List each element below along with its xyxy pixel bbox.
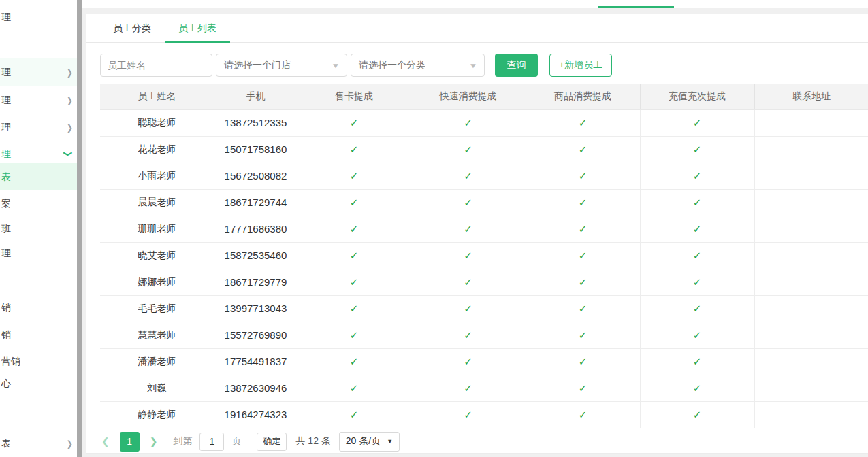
commission-cell: ✓ — [298, 216, 411, 242]
check-icon: ✓ — [693, 197, 702, 208]
employee-name-cell: 静静老师 — [100, 401, 214, 428]
commission-cell: ✓ — [640, 375, 754, 401]
check-icon: ✓ — [350, 329, 359, 341]
commission-cell: ✓ — [411, 295, 526, 322]
check-icon: ✓ — [350, 382, 359, 394]
commission-cell: ✓ — [640, 189, 754, 216]
page-number-input[interactable] — [199, 433, 224, 451]
employee-name-cell: 晓艾老师 — [100, 242, 214, 269]
commission-cell: ✓ — [640, 136, 754, 163]
check-icon: ✓ — [693, 409, 702, 420]
tab-active[interactable]: 员工列表 — [165, 14, 230, 43]
sidebar-item[interactable]: 理❯ — [0, 58, 77, 86]
sidebar-item-label: 营销 — [1, 356, 20, 367]
column-header: 员工姓名 — [100, 84, 214, 109]
address-cell — [754, 269, 868, 295]
commission-cell: ✓ — [640, 348, 754, 375]
address-cell — [754, 401, 868, 428]
check-icon: ✓ — [579, 143, 588, 155]
check-icon: ✓ — [579, 276, 588, 288]
tab-inactive[interactable]: 员工分类 — [99, 14, 165, 43]
check-icon: ✓ — [350, 170, 359, 182]
commission-cell: ✓ — [526, 322, 640, 348]
confirm-page-button[interactable]: 确定 — [257, 433, 287, 451]
table-row[interactable]: 刘巍13872630946✓✓✓✓ — [100, 375, 868, 401]
sidebar-item[interactable]: 心 — [0, 369, 77, 396]
check-icon: ✓ — [579, 223, 588, 235]
table-row[interactable]: 小雨老师15672508082✓✓✓✓ — [100, 163, 868, 189]
table-row[interactable]: 娜娜老师18671729779✓✓✓✓ — [100, 269, 868, 295]
address-cell — [754, 216, 868, 242]
sidebar-item[interactable]: 案 — [0, 190, 77, 217]
next-page-icon[interactable]: ❯ — [148, 436, 159, 447]
address-cell — [754, 295, 868, 322]
commission-cell: ✓ — [298, 109, 411, 136]
table-header-row: 员工姓名手机售卡提成快速消费提成商品消费提成充值充次提成联系地址 — [100, 84, 868, 109]
table-row[interactable]: 花花老师15071758160✓✓✓✓ — [100, 136, 868, 163]
sidebar-item[interactable]: 理 — [0, 3, 77, 31]
sidebar-item[interactable]: 理❯ — [0, 114, 77, 141]
sidebar-item-label: 理 — [1, 95, 11, 105]
sidebar-scrollbar-thumb[interactable] — [77, 0, 82, 457]
table-row[interactable]: 聪聪老师13872512335✓✓✓✓ — [100, 109, 868, 136]
employee-name-cell: 刘巍 — [100, 375, 214, 401]
check-icon: ✓ — [693, 143, 702, 155]
table-row[interactable]: 慧慧老师15572769890✓✓✓✓ — [100, 322, 868, 348]
sidebar-item[interactable]: 销 — [0, 294, 77, 321]
check-icon: ✓ — [464, 303, 472, 314]
table-row[interactable]: 毛毛老师13997713043✓✓✓✓ — [100, 295, 868, 322]
check-icon: ✓ — [350, 117, 359, 129]
sidebar-item[interactable]: 表❯ — [0, 430, 77, 457]
sidebar-item-label: 心 — [1, 377, 11, 388]
pagination: ❮ 1 ❯ 到第 页 确定 共 12 条 20 条/页 ▼ — [100, 430, 400, 452]
check-icon: ✓ — [464, 250, 472, 261]
chevron-right-icon: ❯ — [67, 56, 73, 88]
sidebar-scrollbar[interactable] — [77, 0, 82, 457]
table-row[interactable]: 晨晨老师18671729744✓✓✓✓ — [100, 189, 868, 216]
check-icon: ✓ — [350, 197, 359, 208]
employee-name-cell: 慧慧老师 — [100, 322, 214, 348]
check-icon: ✓ — [693, 329, 702, 341]
commission-cell: ✓ — [640, 163, 754, 189]
table-row[interactable]: 珊珊老师17771686380✓✓✓✓ — [100, 216, 868, 242]
sidebar-item-label: 案 — [1, 198, 11, 209]
prev-page-icon[interactable]: ❮ — [100, 436, 111, 447]
commission-cell: ✓ — [526, 375, 640, 401]
goto-page-label: 到第 — [173, 435, 192, 447]
commission-cell: ✓ — [411, 109, 526, 136]
table-row[interactable]: 潘潘老师17754491837✓✓✓✓ — [100, 348, 868, 375]
top-nav-strip — [82, 0, 868, 8]
sidebar-item-label: 销 — [1, 329, 11, 340]
employee-name-input[interactable] — [100, 54, 212, 77]
sidebar-item[interactable]: 理❯ — [0, 86, 77, 114]
table-row[interactable]: 静静老师19164274323✓✓✓✓ — [100, 401, 868, 428]
employee-name-cell: 珊珊老师 — [100, 216, 214, 242]
store-select[interactable]: 请选择一个门店 ▼ — [216, 54, 347, 77]
commission-cell: ✓ — [298, 189, 411, 216]
phone-cell: 15872535460 — [214, 242, 298, 269]
sidebar-item-label: 理 — [1, 122, 11, 133]
commission-cell: ✓ — [526, 401, 640, 428]
search-button[interactable]: 查询 — [495, 54, 538, 77]
commission-cell: ✓ — [640, 295, 754, 322]
commission-cell: ✓ — [526, 269, 640, 295]
current-page-button[interactable]: 1 — [120, 432, 140, 452]
chevron-right-icon: ❯ — [67, 428, 73, 457]
commission-cell: ✓ — [298, 322, 411, 348]
address-cell — [754, 109, 868, 136]
category-select[interactable]: 请选择一个分类 ▼ — [351, 54, 485, 77]
commission-cell: ✓ — [298, 348, 411, 375]
add-employee-button[interactable]: +新增员工 — [549, 54, 612, 77]
address-cell — [754, 348, 868, 375]
page-size-select[interactable]: 20 条/页 ▼ — [339, 432, 400, 452]
sidebar-item[interactable]: 理 — [0, 239, 77, 267]
commission-cell: ✓ — [298, 375, 411, 401]
check-icon: ✓ — [350, 409, 359, 420]
address-cell — [754, 242, 868, 269]
check-icon: ✓ — [693, 276, 702, 288]
sidebar-item[interactable]: 销 — [0, 321, 77, 348]
commission-cell: ✓ — [411, 401, 526, 428]
sidebar-item[interactable]: 表 — [0, 163, 77, 190]
sidebar-item[interactable]: 班 — [0, 215, 77, 242]
table-row[interactable]: 晓艾老师15872535460✓✓✓✓ — [100, 242, 868, 269]
